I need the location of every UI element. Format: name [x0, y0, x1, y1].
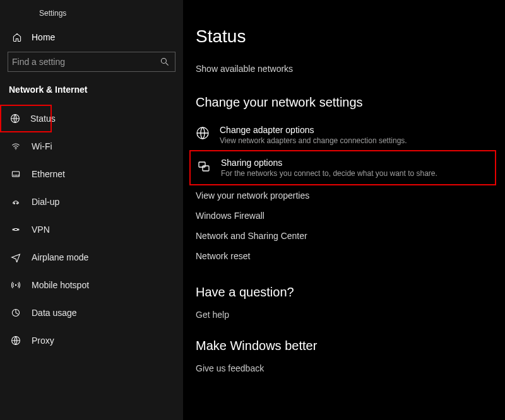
ethernet-icon — [10, 168, 21, 180]
svg-point-9 — [14, 202, 15, 204]
adapter-sub: View network adapters and change connect… — [220, 136, 407, 145]
sidebar-item-label: VPN — [32, 225, 50, 235]
sidebar-item-label: Status — [30, 114, 56, 124]
network-reset-link[interactable]: Network reset — [196, 246, 505, 266]
adapter-label: Change adapter options — [220, 125, 407, 135]
svg-point-11 — [13, 229, 14, 230]
airplane-icon — [10, 252, 21, 263]
svg-point-12 — [18, 229, 19, 230]
search-field[interactable] — [8, 52, 175, 72]
proxy-icon — [10, 335, 21, 346]
svg-point-0 — [161, 58, 166, 63]
sidebar: Settings Home Network & Internet Status … — [0, 0, 183, 420]
sidebar-item-label: Proxy — [32, 335, 54, 346]
home-label: Home — [32, 32, 55, 42]
sidebar-item-dialup[interactable]: Dial-up — [0, 188, 183, 216]
data-usage-icon — [10, 307, 21, 318]
show-available-networks-link[interactable]: Show available networks — [196, 64, 293, 74]
svg-point-14 — [15, 284, 16, 286]
svg-point-10 — [16, 202, 18, 204]
sidebar-item-proxy[interactable]: Proxy — [0, 327, 183, 354]
adapter-icon — [194, 125, 211, 141]
main-content: Status Show available networks Change yo… — [183, 0, 505, 420]
windows-firewall-link[interactable]: Windows Firewall — [196, 206, 505, 226]
svg-rect-18 — [199, 162, 205, 167]
hotspot-icon — [10, 279, 21, 291]
sidebar-item-wifi[interactable]: Wi-Fi — [0, 132, 183, 160]
have-question-heading: Have a question? — [196, 285, 505, 300]
network-sharing-center-link[interactable]: Network and Sharing Center — [196, 226, 505, 246]
sidebar-item-label: Ethernet — [32, 169, 65, 179]
sidebar-item-ethernet[interactable]: Ethernet — [0, 160, 183, 188]
sidebar-item-status[interactable]: Status — [0, 105, 52, 132]
section-title: Network & Internet — [0, 81, 183, 101]
svg-line-1 — [166, 63, 169, 66]
sidebar-item-airplane[interactable]: Airplane mode — [0, 243, 183, 271]
sharing-label: Sharing options — [221, 158, 437, 168]
search-input[interactable] — [12, 57, 160, 67]
change-settings-heading: Change your network settings — [196, 95, 505, 110]
get-help-link[interactable]: Get help — [196, 310, 505, 320]
globe-icon — [10, 113, 20, 124]
sharing-icon — [196, 158, 212, 174]
sharing-options[interactable]: Sharing options For the networks you con… — [189, 150, 496, 185]
vpn-icon — [10, 224, 21, 235]
give-feedback-link[interactable]: Give us feedback — [196, 363, 505, 373]
sidebar-item-label: Wi-Fi — [32, 141, 52, 151]
sidebar-item-label: Mobile hotspot — [32, 280, 89, 290]
wifi-icon — [10, 141, 21, 152]
search-icon — [160, 57, 170, 67]
view-network-properties-link[interactable]: View your network properties — [196, 185, 505, 206]
sidebar-item-label: Data usage — [32, 308, 77, 318]
app-title: Settings — [0, 6, 183, 26]
page-title: Status — [196, 26, 505, 47]
sidebar-nav: Status Wi-Fi Ethernet Dial-up VPN — [0, 105, 183, 354]
sharing-sub: For the networks you connect to, decide … — [221, 169, 437, 178]
sidebar-item-label: Dial-up — [32, 197, 59, 207]
sidebar-item-label: Airplane mode — [32, 252, 88, 262]
sidebar-item-vpn[interactable]: VPN — [0, 216, 183, 243]
change-adapter-options[interactable]: Change adapter options View network adap… — [183, 120, 505, 150]
svg-point-3 — [15, 149, 16, 149]
home-button[interactable]: Home — [0, 26, 183, 48]
make-windows-better-heading: Make Windows better — [196, 339, 505, 353]
svg-rect-13 — [15, 228, 18, 230]
sidebar-item-hotspot[interactable]: Mobile hotspot — [0, 271, 183, 299]
svg-rect-19 — [203, 166, 209, 171]
dialup-icon — [10, 196, 21, 207]
sidebar-item-datausage[interactable]: Data usage — [0, 299, 183, 327]
home-icon — [11, 32, 23, 43]
